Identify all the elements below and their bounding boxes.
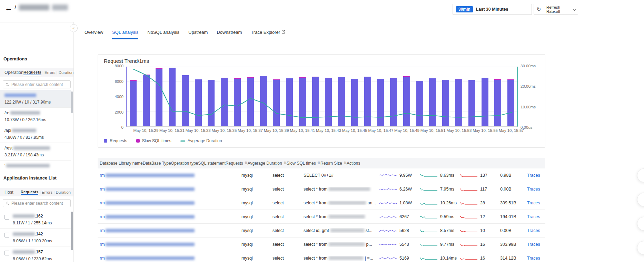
- operation-item[interactable]: /rest 3.21W / 0 / 198.43ms: [0, 143, 71, 161]
- traces-link[interactable]: Traces: [527, 242, 540, 247]
- host-checkbox[interactable]: [4, 233, 9, 237]
- floating-button[interactable]: [637, 193, 644, 206]
- database-link-prefix: rm: [100, 256, 105, 261]
- table-header-cell[interactable]: Requests ⇅: [226, 161, 248, 166]
- instances-search-input[interactable]: [11, 201, 68, 206]
- page-root: ← / 30min Last 30 Minutes ↻ Refresh Rate…: [0, 0, 644, 262]
- database-link[interactable]: rm: [100, 256, 241, 261]
- sort-icon[interactable]: ⇅: [317, 161, 320, 165]
- collapse-icon: «: [72, 26, 75, 31]
- host-checkbox[interactable]: [4, 251, 9, 255]
- operations-metric-tab[interactable]: Operation: [4, 70, 23, 75]
- requests-value: 1.08W: [399, 201, 412, 205]
- tab[interactable]: SQL analysis: [112, 30, 138, 39]
- operations-sort-tab[interactable]: Errors: [41, 70, 56, 75]
- column-label: Actions: [347, 161, 360, 166]
- refresh-rate-dropdown[interactable]: Refresh Rate:off: [544, 4, 578, 15]
- database-link[interactable]: rm: [100, 201, 241, 205]
- operation-item[interactable]: 122.20W / 10 / 317.90ms: [0, 90, 71, 108]
- table-header-cell[interactable]: Actions ⇅: [347, 161, 360, 166]
- operation-item[interactable]: /api 4.80W / 0 / 817.85ms: [0, 125, 71, 143]
- requests-value: 9.95W: [399, 173, 412, 178]
- legend-item[interactable]: Requests: [104, 138, 127, 143]
- requests-value: 5628: [399, 228, 409, 233]
- table-row: rm mysql select select * from 6.26W: [98, 182, 545, 196]
- chevron-down-icon: [573, 7, 576, 11]
- floating-button[interactable]: [637, 241, 644, 255]
- database-link-prefix: rm: [100, 187, 105, 192]
- sort-icon[interactable]: ⇅: [245, 161, 248, 165]
- database-type: mysql: [241, 173, 273, 178]
- table-header-cell[interactable]: Slow SQL times ⇅: [287, 161, 320, 166]
- database-link[interactable]: rm: [100, 173, 241, 178]
- traces-link[interactable]: Traces: [527, 214, 540, 219]
- legend-item[interactable]: Slow SQL times: [136, 138, 171, 143]
- database-type: mysql: [241, 214, 273, 219]
- host-item[interactable]: .142 8.05W / 1 / 100.20ms: [0, 229, 71, 246]
- operation-item[interactable]: ': [0, 161, 71, 171]
- floating-button[interactable]: [637, 217, 644, 231]
- tab[interactable]: Upstream: [188, 30, 208, 39]
- sort-icon[interactable]: ⇅: [284, 161, 287, 165]
- search-icon: [6, 83, 9, 87]
- refresh-icon: ↻: [537, 6, 541, 12]
- operation-type: select: [273, 173, 304, 178]
- database-link[interactable]: rm: [100, 187, 241, 192]
- traces-link[interactable]: Traces: [527, 256, 540, 261]
- chart-legend: Requests Slow SQL times Avgerage Duratio…: [104, 138, 222, 143]
- instances-metric-tab[interactable]: Host: [4, 190, 13, 195]
- database-link[interactable]: rm: [100, 242, 241, 247]
- y-axis-right-tick: 10.00ms: [521, 105, 536, 109]
- table-header-cell[interactable]: Return Size ⇅: [320, 161, 347, 166]
- table-header-cell[interactable]: Database Library name ⇅: [100, 161, 143, 166]
- instances-sort-tab[interactable]: Duration: [52, 190, 71, 194]
- page-title: /: [14, 3, 68, 11]
- traces-link[interactable]: Traces: [527, 228, 540, 233]
- database-type: mysql: [241, 187, 273, 192]
- legend-item[interactable]: Avgerage Duration: [180, 138, 222, 143]
- host-list: .162 8.11W / 1 / 255.14ms .142 8.05W / 1…: [0, 211, 71, 262]
- host-item[interactable]: .157 8.05W / 0 / 239.62ms: [0, 246, 71, 262]
- table-header-cell[interactable]: Operation type ⇅: [171, 161, 198, 166]
- x-axis-tick: May 10, 15:33: [185, 128, 211, 133]
- host-item[interactable]: .162 8.11W / 1 / 255.14ms: [0, 211, 71, 229]
- instances-sort-tab[interactable]: Requests: [21, 190, 39, 195]
- floating-button[interactable]: [637, 168, 644, 182]
- database-type: mysql: [241, 228, 273, 233]
- table-header-cell[interactable]: SQL statement ⇅: [198, 161, 226, 166]
- time-range-picker[interactable]: 30min Last 30 Minutes: [453, 4, 532, 15]
- traces-link[interactable]: Traces: [527, 201, 540, 205]
- sidebar-collapse-button[interactable]: «: [70, 24, 78, 32]
- tab[interactable]: Downstream: [217, 30, 242, 39]
- traces-link[interactable]: Traces: [527, 173, 540, 178]
- operation-item[interactable]: /re 10.73W / 0 / 262.16ms: [0, 108, 71, 125]
- instances-search[interactable]: [3, 199, 71, 207]
- back-button[interactable]: ←: [5, 4, 12, 12]
- table-row: rm mysql select select * from p... 5543: [98, 237, 545, 251]
- operations-search[interactable]: [3, 80, 71, 88]
- operations-sort-tab[interactable]: Requests: [23, 70, 41, 75]
- table-header-cell[interactable]: Avgerage Duration ⇅: [248, 161, 287, 166]
- operations-search-input[interactable]: [11, 82, 68, 87]
- sql-blurred: [329, 242, 365, 246]
- operation-name-blurred: [6, 164, 50, 167]
- sort-icon[interactable]: ⇅: [344, 161, 347, 165]
- tab[interactable]: Trace Explorer: [251, 30, 285, 39]
- table-header-cell[interactable]: DataBase Type ⇅: [143, 161, 171, 166]
- traces-link[interactable]: Traces: [527, 187, 540, 192]
- operation-name: /api: [4, 128, 68, 133]
- operations-scrollbar[interactable]: [71, 91, 73, 113]
- operations-sort-tab[interactable]: Duration: [55, 70, 73, 75]
- host-checkbox[interactable]: [4, 215, 9, 220]
- tab[interactable]: Overview: [85, 30, 103, 39]
- refresh-button[interactable]: ↻: [534, 4, 544, 15]
- bar-series[interactable]: [127, 67, 517, 126]
- sql-tail: st...: [366, 228, 373, 233]
- instances-sort-tab[interactable]: Errors: [38, 190, 52, 194]
- column-label: DataBase Type: [143, 161, 171, 166]
- instances-scrollbar[interactable]: [71, 212, 73, 250]
- database-link[interactable]: rm: [100, 228, 241, 233]
- host-name: .162: [13, 213, 52, 219]
- tab[interactable]: NoSQL analysis: [147, 30, 179, 39]
- database-link[interactable]: rm: [100, 214, 241, 219]
